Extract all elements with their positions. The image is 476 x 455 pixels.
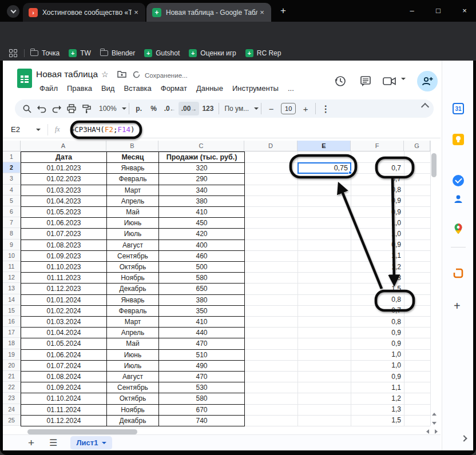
cell-F9[interactable]: 0,9 (351, 240, 404, 250)
cell-C4[interactable]: 340 (158, 185, 245, 196)
cell-C13[interactable]: 650 (158, 283, 245, 294)
column-header-A[interactable]: A (21, 141, 106, 151)
bookmark-item[interactable]: Blender (100, 49, 135, 57)
cell-F10[interactable]: 1,1 (351, 250, 404, 261)
add-sheet-button[interactable]: + (28, 437, 34, 449)
cell-C19[interactable]: 510 (158, 349, 245, 361)
column-header-E[interactable]: E (298, 141, 351, 151)
fill-handle[interactable] (348, 171, 352, 174)
cell-A3[interactable]: 01.02.2023 (21, 173, 107, 185)
row-header-24[interactable]: 24 (3, 404, 21, 415)
scroll-up-icon[interactable] (432, 413, 437, 416)
cell-A12[interactable]: 01.11.2023 (21, 272, 107, 284)
cell-C14[interactable]: 380 (158, 294, 245, 306)
close-tab-icon[interactable]: × (132, 8, 141, 17)
cell-C1[interactable]: Продажи (тыс. руб.) (158, 151, 245, 163)
cell-B8[interactable]: Июль (106, 228, 159, 240)
row-header-11[interactable]: 11 (3, 261, 21, 272)
cell-F23[interactable]: 1,2 (351, 393, 404, 404)
column-header-C[interactable]: C (158, 141, 244, 151)
tasks-icon[interactable] (453, 175, 464, 186)
contacts-icon[interactable] (453, 193, 464, 205)
new-tab-button[interactable]: + (278, 6, 288, 16)
cell-F14[interactable]: 0,8 (351, 294, 404, 305)
cell-A16[interactable]: 01.03.2024 (21, 316, 107, 328)
calendar-icon[interactable]: 31 (453, 103, 464, 114)
cell-F19[interactable]: 1,0 (351, 349, 404, 360)
cell-F12[interactable]: 1,3 (351, 272, 404, 283)
cell-C10[interactable]: 460 (158, 250, 245, 262)
scroll-left-icon[interactable] (426, 429, 429, 434)
browser-tab-timeweb[interactable]: › Хостинговое сообщество «Tim × (23, 3, 145, 22)
cell-B1[interactable]: Месяц (106, 151, 159, 163)
cell-B10[interactable]: Сентябрь (106, 250, 159, 262)
cell-F5[interactable]: 0,9 (351, 195, 404, 206)
cell-A7[interactable]: 01.06.2023 (21, 217, 107, 229)
cell-B5[interactable]: Апрель (106, 195, 159, 207)
cell-F7[interactable]: 1,0 (351, 217, 404, 228)
tab-search-button[interactable] (7, 5, 19, 18)
horizontal-scrollbar[interactable] (27, 429, 137, 434)
cell-A23[interactable]: 01.10.2024 (21, 393, 107, 404)
cell-B23[interactable]: Октябрь (106, 393, 159, 404)
cell-F3[interactable]: 0,7 (351, 173, 404, 184)
cell-C15[interactable]: 350 (158, 305, 245, 317)
cell-A15[interactable]: 01.02.2024 (21, 305, 107, 317)
cell-F6[interactable]: 0,9 (351, 206, 404, 217)
cell-C12[interactable]: 580 (158, 272, 245, 284)
window-minimize-button[interactable]: – (407, 6, 416, 15)
cell-A10[interactable]: 01.09.2023 (21, 250, 107, 262)
cell-F22[interactable]: 1,1 (351, 382, 404, 393)
cell-A8[interactable]: 01.07.2023 (21, 228, 107, 240)
cell-F18[interactable]: 0,9 (351, 338, 404, 349)
row-header-7[interactable]: 7 (3, 217, 21, 228)
window-close-button[interactable]: × (460, 6, 469, 15)
cell-B21[interactable]: Август (106, 371, 159, 382)
cell-B2[interactable]: Январь (106, 162, 159, 174)
cell-C21[interactable]: 470 (158, 371, 245, 382)
cell-A25[interactable]: 01.12.2024 (21, 415, 107, 426)
row-header-20[interactable]: 20 (3, 360, 21, 371)
row-header-4[interactable]: 4 (3, 185, 21, 195)
cell-A24[interactable]: 01.11.2024 (21, 404, 107, 416)
apps-grid-icon[interactable] (9, 49, 17, 57)
cell-C24[interactable]: 670 (158, 404, 245, 416)
spreadsheet-grid[interactable]: ABCDEFG1ДатаМесяцПродажи (тыс. руб.)201.… (3, 61, 441, 434)
cell-C20[interactable]: 490 (158, 360, 245, 372)
row-header-17[interactable]: 17 (3, 327, 21, 338)
cell-F13[interactable]: 1,5 (351, 283, 404, 294)
bookmark-item[interactable]: Точка (30, 49, 60, 57)
column-header-B[interactable]: B (106, 141, 158, 151)
row-header-13[interactable]: 13 (3, 283, 21, 294)
cell-F21[interactable]: 0,9 (351, 371, 404, 382)
cell-A11[interactable]: 01.10.2023 (21, 261, 107, 273)
row-header-5[interactable]: 5 (3, 195, 21, 206)
addon-icon[interactable] (453, 268, 464, 279)
row-header-8[interactable]: 8 (3, 228, 21, 239)
row-header-16[interactable]: 16 (3, 316, 21, 327)
row-header-18[interactable]: 18 (3, 338, 21, 349)
cell-B16[interactable]: Март (106, 316, 159, 328)
row-header-10[interactable]: 10 (3, 250, 21, 261)
row-header-22[interactable]: 22 (3, 382, 21, 393)
maps-icon[interactable] (453, 223, 464, 234)
cell-C23[interactable]: 580 (158, 393, 245, 404)
cell-A2[interactable]: 01.01.2023 (21, 162, 107, 174)
row-header-19[interactable]: 19 (3, 349, 21, 360)
cell-B20[interactable]: Июль (106, 360, 159, 372)
cell-C6[interactable]: 410 (158, 206, 245, 218)
sheet-tab-active[interactable]: Лист1 (70, 436, 112, 450)
row-header-2[interactable]: 2 (3, 162, 21, 173)
cell-A9[interactable]: 01.08.2023 (21, 240, 107, 251)
row-header-14[interactable]: 14 (3, 294, 21, 305)
row-header-25[interactable]: 25 (3, 415, 21, 426)
cell-B25[interactable]: Декабрь (106, 415, 159, 426)
cell-A19[interactable]: 01.06.2024 (21, 349, 107, 361)
row-header-1[interactable]: 1 (3, 151, 21, 162)
cell-F2[interactable]: 0,7 (351, 162, 404, 173)
cell-C18[interactable]: 470 (158, 338, 245, 349)
row-header-6[interactable]: 6 (3, 206, 21, 217)
row-header-9[interactable]: 9 (3, 240, 21, 250)
row-header-23[interactable]: 23 (3, 393, 21, 404)
cell-A14[interactable]: 01.01.2024 (21, 294, 107, 306)
